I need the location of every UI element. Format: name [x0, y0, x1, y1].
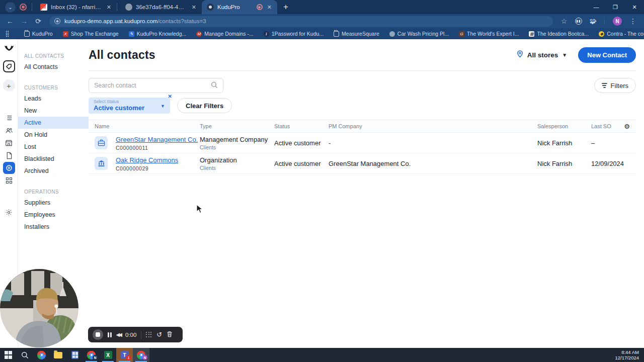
tab-close-icon[interactable]: ✕: [266, 4, 273, 11]
taskbar-excel-icon[interactable]: X: [100, 348, 116, 362]
tab-inbox[interactable]: Inbox (32) - nfarrish@kudupro... ✕: [35, 0, 117, 14]
sidebar-item-all-contacts[interactable]: All Contacts: [18, 61, 89, 73]
column-header-type[interactable]: Type: [200, 123, 274, 129]
table-row[interactable]: GreenStar Management Co. C000000011 Mana…: [89, 133, 636, 153]
new-tab-button[interactable]: +: [283, 2, 288, 12]
sidebar-item-blacklisted[interactable]: Blacklisted: [18, 153, 89, 165]
rewind-button[interactable]: ◀◀: [116, 332, 121, 337]
taskbar-file-explorer-icon[interactable]: [50, 348, 66, 362]
sidebar-item-new[interactable]: New: [18, 105, 89, 117]
bookmark-item[interactable]: KuduPro: [20, 31, 57, 37]
tab-kudupro-active[interactable]: KuduPro ✕: [202, 0, 277, 14]
chip-label: Select Status: [94, 99, 165, 104]
window-close-button[interactable]: ✕: [625, 0, 644, 14]
drag-handle-icon[interactable]: [146, 332, 152, 338]
clear-filters-button[interactable]: Clear Filters: [177, 98, 232, 113]
filters-button[interactable]: Filters: [594, 78, 636, 93]
table-settings-gear-icon[interactable]: ⚙: [624, 123, 630, 130]
recording-timer: 0:00: [125, 332, 136, 338]
store-icon[interactable]: [3, 137, 15, 149]
sidebar-item-leads[interactable]: Leads: [18, 93, 89, 105]
new-contact-button[interactable]: New Contact: [578, 47, 636, 63]
column-header-name[interactable]: Name: [95, 123, 200, 129]
site-info-icon[interactable]: ◉: [54, 18, 60, 24]
taskbar-calculator-icon[interactable]: [66, 348, 83, 362]
apps-grid-icon[interactable]: [3, 174, 15, 187]
contacts-module-icon-active[interactable]: [3, 162, 15, 174]
taskbar-search-button[interactable]: [17, 348, 33, 362]
window-minimize-button[interactable]: —: [587, 0, 606, 14]
start-button[interactable]: [0, 348, 17, 362]
bookmark-item[interactable]: Car Wash Pricing Pl...: [385, 31, 453, 37]
delete-recording-button[interactable]: [167, 330, 173, 339]
window-restore-button[interactable]: ❐: [606, 0, 625, 14]
document-icon[interactable]: [3, 149, 15, 161]
restart-recording-button[interactable]: ↺: [156, 331, 162, 338]
taskbar-chrome-icon[interactable]: [33, 348, 50, 362]
search-input[interactable]: [94, 82, 211, 89]
taskbar-chrome-profile1-icon[interactable]: N: [83, 348, 100, 362]
bookmark-item[interactable]: MeasureSquare: [329, 31, 384, 37]
back-button[interactable]: ←: [4, 15, 16, 27]
reload-button[interactable]: ⟳: [32, 15, 44, 27]
taskbar-chrome-profile2-icon[interactable]: N: [133, 348, 149, 362]
contact-salesperson: Nick Farrish: [537, 160, 591, 167]
tab-close-icon[interactable]: ✕: [106, 4, 112, 11]
column-header-salesperson[interactable]: Salesperson: [537, 123, 591, 129]
gmail-icon: [40, 4, 47, 11]
list-icon[interactable]: [3, 112, 15, 124]
sidebar-item-employees[interactable]: Employees: [18, 209, 89, 221]
pause-recording-button[interactable]: [108, 332, 112, 337]
tab-title: KuduPro: [217, 4, 253, 10]
forward-button[interactable]: →: [18, 15, 30, 27]
chip-remove-icon[interactable]: ✕: [168, 94, 172, 99]
column-header-pm-company[interactable]: PM Company: [329, 123, 537, 129]
table-row[interactable]: Oak Ridge Commons C000000029 Organizatio…: [89, 153, 636, 174]
column-header-status[interactable]: Status: [274, 123, 329, 129]
chevron-down-icon[interactable]: ▼: [160, 104, 165, 109]
recording-indicator-icon: [20, 4, 27, 11]
sidebar-item-on-hold[interactable]: On Hold: [18, 129, 89, 141]
bookmark-item[interactable]: 11Password for Kudu...: [259, 31, 328, 37]
search-contact-field[interactable]: [89, 78, 223, 93]
bookmark-item[interactable]: GThe World's Expert I...: [454, 31, 523, 37]
divider: [117, 3, 117, 11]
bookmark-item[interactable]: XShop The Exchange: [58, 31, 123, 37]
bookmark-item[interactable]: ▦The Ideation Bootca...: [524, 31, 593, 37]
contact-name-link[interactable]: Oak Ridge Commons: [116, 156, 178, 164]
taskbar-teams-icon[interactable]: T1: [116, 348, 133, 362]
settings-gear-icon[interactable]: [3, 206, 15, 218]
contact-code: C000000011: [116, 145, 200, 151]
bookmark-star-icon[interactable]: ☆: [558, 15, 570, 27]
bookmark-item[interactable]: ◆Contra - The commi...: [594, 31, 644, 37]
apps-grid-icon[interactable]: ⣿: [5, 30, 10, 37]
sidebar-item-lost[interactable]: Lost: [18, 141, 89, 153]
extension-pause-icon[interactable]: ▮▮: [575, 18, 582, 25]
status-filter-chip[interactable]: Select Status Active customer ▼ ✕: [89, 98, 170, 114]
bookmark-item[interactable]: ✎KuduPro Knowledg...: [124, 31, 191, 37]
browser-menu-icon[interactable]: ⋮: [627, 15, 639, 27]
tab-guid[interactable]: 36e37da6-ff04-4e3e-ae6a-eab6 ✕: [120, 0, 202, 14]
address-bar[interactable]: ◉ kudupro-demo.app.uat.kudupro.com /cont…: [49, 16, 553, 27]
divider: [604, 17, 605, 25]
tag-module-icon[interactable]: [3, 60, 15, 72]
sidebar-item-archived[interactable]: Archived: [18, 165, 89, 177]
contact-name-link[interactable]: GreenStar Management Co.: [116, 136, 198, 143]
profile-avatar[interactable]: N: [613, 17, 622, 26]
store-selector[interactable]: All stores ▼: [517, 50, 567, 59]
extensions-puzzle-icon[interactable]: 🧩︎: [587, 15, 599, 27]
sidebar-item-suppliers[interactable]: Suppliers: [18, 197, 89, 209]
tab-close-icon[interactable]: ✕: [191, 4, 197, 11]
section-title: OPERATIONS: [18, 189, 89, 197]
contact-salesperson: Nick Farrish: [537, 139, 591, 147]
bookmark-item[interactable]: MManage Domains -...: [192, 31, 258, 37]
taskbar-clock[interactable]: 8:44 AM 12/17/2024: [615, 349, 644, 360]
people-icon[interactable]: [3, 124, 15, 136]
tab-search-button[interactable]: ⌄: [5, 2, 16, 13]
section-title: CUSTOMERS: [18, 85, 89, 93]
add-button[interactable]: +: [3, 79, 15, 92]
sidebar-item-installers[interactable]: Installers: [18, 221, 89, 233]
stop-recording-button[interactable]: [93, 329, 103, 340]
contact-type-sub: Clients: [200, 144, 274, 150]
sidebar-item-active[interactable]: Active: [18, 117, 89, 129]
